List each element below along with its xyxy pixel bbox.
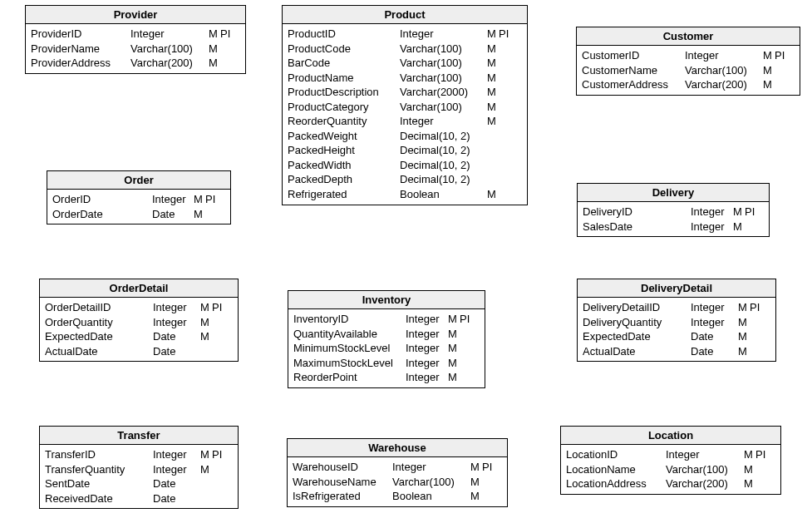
attribute-row: ProductCodeVarchar(100)M bbox=[288, 42, 522, 57]
attr-type: Decimal(10, 2) bbox=[400, 143, 487, 158]
attr-type: Integer bbox=[153, 462, 200, 477]
attribute-row: SentDateDate bbox=[45, 476, 233, 491]
attr-type: Date bbox=[153, 476, 200, 491]
entity-body: ProviderIDIntegerMPIProviderNameVarchar(… bbox=[26, 24, 245, 73]
attr-type: Integer bbox=[153, 315, 200, 330]
attr-type: Date bbox=[691, 329, 738, 344]
attr-flags: MPI bbox=[209, 27, 235, 42]
entity-body: DeliveryIDIntegerMPISalesDateIntegerM bbox=[578, 202, 769, 236]
attr-type: Date bbox=[691, 344, 738, 359]
attr-flags: M bbox=[487, 71, 514, 86]
entity-title: Transfer bbox=[40, 427, 238, 445]
attr-flags: M bbox=[194, 207, 220, 222]
attribute-row: CustomerAddressVarchar(200)M bbox=[582, 77, 795, 92]
attr-type: Varchar(100) bbox=[685, 63, 763, 78]
attr-flags: MPI bbox=[744, 447, 770, 462]
attr-name: ProductID bbox=[288, 27, 400, 42]
attr-flags bbox=[487, 158, 514, 173]
attribute-row: OrderIDIntegerMPI bbox=[52, 192, 225, 207]
attr-flags bbox=[200, 476, 227, 491]
attribute-row: QuantityAvailableIntegerM bbox=[293, 327, 480, 342]
attr-flags: M bbox=[487, 56, 514, 71]
entity-body: LocationIDIntegerMPILocationNameVarchar(… bbox=[561, 445, 780, 494]
entity-product: Product ProductIDIntegerMPIProductCodeVa… bbox=[282, 5, 528, 205]
attr-flags bbox=[487, 143, 514, 158]
attr-type: Varchar(100) bbox=[666, 462, 744, 477]
entity-location: Location LocationIDIntegerMPILocationNam… bbox=[560, 426, 781, 495]
attribute-row: ProviderAddressVarchar(200)M bbox=[31, 56, 240, 71]
attribute-row: CustomerNameVarchar(100)M bbox=[582, 63, 795, 78]
attr-name: DeliveryID bbox=[583, 205, 691, 220]
attr-type: Date bbox=[153, 491, 200, 506]
attr-name: BarCode bbox=[288, 56, 400, 71]
attr-flags bbox=[487, 172, 514, 187]
entity-customer: Customer CustomerIDIntegerMPICustomerNam… bbox=[576, 27, 800, 96]
entity-title: Inventory bbox=[288, 291, 485, 309]
attribute-row: ProductDescriptionVarchar(2000)M bbox=[288, 85, 522, 100]
attr-type: Varchar(200) bbox=[130, 56, 209, 71]
attr-flags: M bbox=[200, 329, 227, 344]
attr-flags: M bbox=[487, 100, 514, 115]
attr-name: DeliveryDetailID bbox=[583, 300, 691, 315]
entity-title: Order bbox=[47, 171, 230, 190]
entity-body: DeliveryDetailIDIntegerMPIDeliveryQuanti… bbox=[578, 298, 775, 361]
attribute-row: ExpectedDateDateM bbox=[45, 329, 233, 344]
attr-type: Varchar(100) bbox=[392, 475, 470, 490]
attr-name: ActualDate bbox=[45, 344, 153, 359]
entity-title: OrderDetail bbox=[40, 279, 238, 298]
attr-name: ExpectedDate bbox=[583, 329, 691, 344]
attr-flags: MPI bbox=[738, 300, 765, 315]
attr-flags: MPI bbox=[448, 312, 475, 327]
attr-name: WarehouseID bbox=[293, 460, 392, 475]
attr-name: ReorderQuantity bbox=[288, 114, 400, 129]
attr-type: Integer bbox=[406, 327, 448, 342]
attribute-row: RefrigeratedBooleanM bbox=[288, 187, 522, 202]
attr-name: LocationAddress bbox=[566, 476, 666, 491]
attr-flags: MPI bbox=[200, 300, 227, 315]
attr-name: ProviderID bbox=[31, 27, 130, 42]
entity-warehouse: Warehouse WarehouseIDIntegerMPIWarehouse… bbox=[287, 438, 508, 507]
attr-name: DeliveryQuantity bbox=[583, 315, 691, 330]
attr-type: Varchar(100) bbox=[400, 56, 487, 71]
attr-flags: M bbox=[744, 476, 770, 491]
attr-type: Boolean bbox=[392, 489, 470, 504]
attribute-row: LocationAddressVarchar(200)M bbox=[566, 476, 775, 491]
attribute-row: LocationIDIntegerMPI bbox=[566, 447, 775, 462]
attribute-row: CustomerIDIntegerMPI bbox=[582, 48, 795, 63]
attribute-row: TransferQuantityIntegerM bbox=[45, 462, 233, 477]
attr-flags: MPI bbox=[733, 205, 760, 220]
attr-name: PackedDepth bbox=[288, 172, 400, 187]
attr-type: Integer bbox=[691, 220, 733, 234]
attr-name: OrderDate bbox=[52, 207, 152, 222]
entity-body: OrderIDIntegerMPIOrderDateDateM bbox=[47, 190, 230, 224]
attr-type: Date bbox=[153, 329, 200, 344]
attr-type: Varchar(200) bbox=[666, 476, 744, 491]
attr-name: CustomerName bbox=[582, 63, 685, 78]
attribute-row: SalesDateIntegerM bbox=[583, 220, 764, 234]
attr-flags: M bbox=[448, 327, 475, 342]
attr-type: Integer bbox=[691, 315, 738, 330]
entity-body: CustomerIDIntegerMPICustomerNameVarchar(… bbox=[577, 46, 800, 95]
attribute-row: IsRefrigeratedBooleanM bbox=[293, 489, 502, 504]
attr-flags: M bbox=[763, 77, 790, 92]
entity-order: Order OrderIDIntegerMPIOrderDateDateM bbox=[47, 170, 231, 224]
attr-flags: M bbox=[763, 63, 790, 78]
attribute-row: ProviderNameVarchar(100)M bbox=[31, 42, 240, 57]
attr-flags: MPI bbox=[487, 27, 514, 42]
attribute-row: OrderQuantityIntegerM bbox=[45, 315, 233, 330]
attr-type: Integer bbox=[685, 48, 763, 63]
attribute-row: OrderDetailIDIntegerMPI bbox=[45, 300, 233, 315]
attr-flags: M bbox=[744, 462, 770, 477]
attribute-row: WarehouseIDIntegerMPI bbox=[293, 460, 502, 475]
attribute-row: ExpectedDateDateM bbox=[583, 329, 770, 344]
attr-type: Integer bbox=[400, 27, 487, 42]
entity-inventory: Inventory InventoryIDIntegerMPIQuantityA… bbox=[288, 290, 485, 388]
entity-body: OrderDetailIDIntegerMPIOrderQuantityInte… bbox=[40, 298, 238, 361]
attr-name: Refrigerated bbox=[288, 187, 400, 202]
attr-name: TransferQuantity bbox=[45, 462, 153, 477]
attr-name: ProviderName bbox=[31, 42, 130, 57]
entity-title: Provider bbox=[26, 6, 245, 24]
attribute-row: LocationNameVarchar(100)M bbox=[566, 462, 775, 477]
attr-name: OrderDetailID bbox=[45, 300, 153, 315]
entity-body: TransferIDIntegerMPITransferQuantityInte… bbox=[40, 445, 238, 508]
